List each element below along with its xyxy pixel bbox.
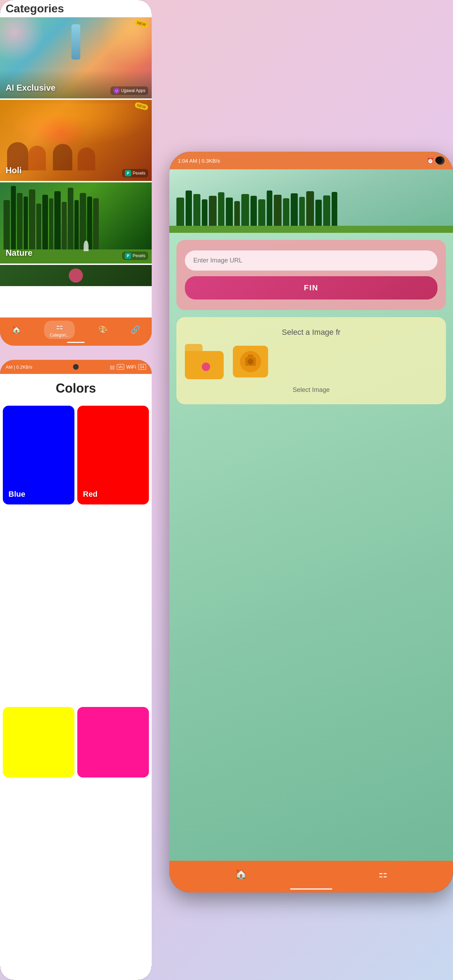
card-source-holi: P Pexels [122,169,148,177]
card-source-nature: P Pexels [122,251,148,260]
left-phone-bottom: AM | 0.2KB/s |||| Vo WiFi 54 Colors Blue… [0,360,152,980]
nav-link[interactable]: 🔗 [130,325,140,334]
right-phone-content: FIN Select a Image fr [169,233,453,861]
right-nav-home[interactable]: 🏠 [235,868,247,880]
source-text-nature: Pexels [133,253,145,258]
home-icon: 🏠 [12,325,21,334]
colors-title-bar: Colors [0,374,152,403]
right-status-time: 1:04 AM | 0.3KB/s [178,158,220,164]
pexels-icon: P [125,170,131,177]
card-label-nature: Nature [6,248,32,258]
color-label-blue: Blue [8,490,25,499]
right-grid-icon: ⚏ [378,868,387,880]
home-indicator [290,888,332,890]
person2 [28,146,46,170]
person4 [78,148,95,170]
pexels-icon-nature: P [125,253,131,259]
right-phone-notch [436,157,442,164]
dust-cloud [0,103,152,146]
folder-body [185,351,224,379]
right-home-icon: 🏠 [235,868,247,880]
color-card-pink[interactable] [77,707,149,778]
folder-tab [185,344,202,352]
category-card-nature[interactable]: Nature P Pexels [0,182,152,264]
categories-page-title: Categories [6,2,64,15]
source-text-ai: Ujjawal Apps [121,88,145,93]
select-icons-row [185,344,437,379]
bg-ground [169,226,453,233]
status-time-bottom: AM | 0.2KB/s [6,364,32,370]
partial-card-bg [0,265,152,286]
nav-categories[interactable]: ⚏ Categori... [44,321,75,339]
person3 [53,144,72,170]
bg-decoration [169,169,453,233]
partial-card [0,265,152,286]
nav-colors[interactable]: 🎨 [98,325,108,334]
select-card-title: Select a Image fr [185,328,437,337]
nav-indicator [67,342,85,343]
select-image-label: Select Image [185,386,437,394]
card-label-ai: AI Exclusive [6,83,56,93]
category-card-holi[interactable]: NEW Holi P Pexels [0,100,152,181]
colors-page-title: Colors [56,381,96,395]
right-alarm-icon: ⏰ [427,158,434,164]
color-label-red: Red [83,490,98,499]
color-grid: Blue Red [0,403,152,980]
grid-icon: ⚏ [56,322,63,331]
bottom-nav-categories: 🏠 ⚏ Categori... 🎨 🔗 [0,318,152,346]
category-card-ai[interactable]: NEW AI Exclusive U Ujjawal Apps [0,17,152,99]
camera-circle [240,351,261,372]
find-button-label: FIN [304,283,318,292]
battery-icon-bottom: 54 [138,364,146,370]
wifi-icon-bottom: WiFi [126,364,136,370]
waterfall-visual [72,24,80,60]
camera-body [245,357,256,366]
right-bottom-nav: 🏠 ⚏ [169,861,453,892]
category-list: NEW AI Exclusive U Ujjawal Apps [0,17,152,318]
left-phone-top: Categories NEW AI Exclusive U [0,0,152,346]
nav-categories-label: Categori... [50,332,69,337]
select-card-title-text: Select a Image fr [282,328,340,337]
find-button[interactable]: FIN [185,276,437,299]
card-source-ai: U Ujjawal Apps [110,86,148,95]
right-phone: 1:04 AM | 0.3KB/s ⏰ [169,152,453,892]
color-card-yellow[interactable] [3,707,75,778]
gallery-icon-wrap[interactable] [233,346,268,377]
camera-top [248,355,253,358]
person-silhouette [84,240,89,251]
ujjawal-icon: U [113,88,119,94]
camera-notch [73,364,79,370]
status-icons-right: |||| Vo WiFi 54 [110,364,146,370]
color-card-red[interactable]: Red [77,406,149,504]
right-status-bar: 1:04 AM | 0.3KB/s ⏰ [169,152,453,169]
url-card: FIN [176,240,446,310]
nav-home[interactable]: 🏠 [12,325,21,334]
source-text-holi: Pexels [133,171,145,176]
link-icon: 🔗 [130,325,140,334]
color-card-blue[interactable]: Blue [3,406,75,504]
url-input[interactable] [185,250,437,270]
folder-icon-wrap[interactable] [185,344,227,379]
select-image-card: Select a Image fr [176,317,446,404]
palette-icon: 🎨 [98,325,108,334]
signal-icon: |||| [110,364,114,370]
folder-pink-dot [202,363,210,371]
right-nav-categories[interactable]: ⚏ [378,868,387,880]
camera-lens [248,359,253,364]
partial-card-dot [69,269,83,283]
card-label-holi: Holi [6,165,22,175]
blossom-left [0,17,49,67]
vo-icon: Vo [117,364,124,370]
